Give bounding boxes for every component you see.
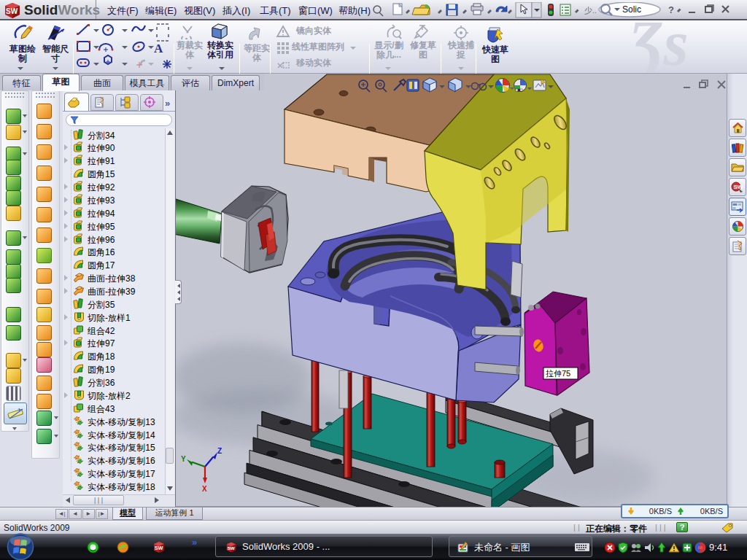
svg-text:少..: 少..	[584, 6, 597, 15]
svg-text:SW: SW	[734, 184, 743, 190]
svg-text:SW: SW	[6, 7, 18, 15]
svg-text:SW: SW	[155, 545, 163, 551]
svg-text:X: X	[202, 485, 207, 493]
svg-text:?: ?	[668, 4, 674, 15]
svg-text:拉伸75: 拉伸75	[546, 369, 570, 378]
svg-text:A: A	[154, 42, 163, 55]
svg-text:Solic: Solic	[622, 4, 641, 15]
svg-text:Y: Y	[181, 455, 186, 463]
svg-text:SW: SW	[228, 545, 235, 551]
svg-text:Z: Z	[217, 447, 222, 455]
